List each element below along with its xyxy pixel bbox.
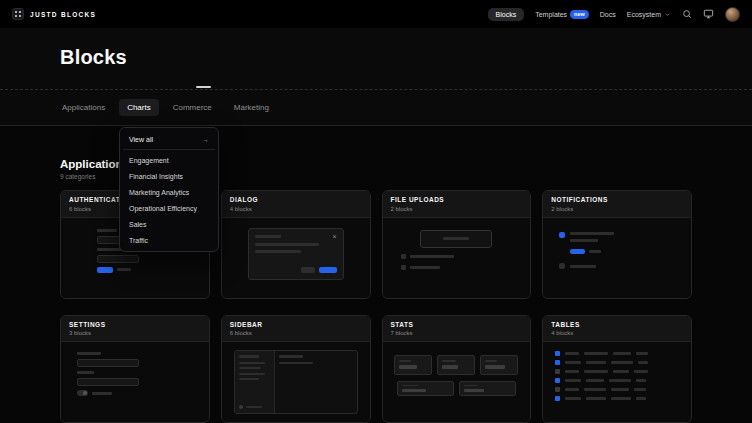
skeleton-file-icon xyxy=(401,265,406,270)
skeleton-checkbox xyxy=(555,378,560,383)
skeleton-checkbox xyxy=(555,369,560,374)
card-count: 4 blocks xyxy=(551,330,683,336)
menu-item-view-all-label: View all xyxy=(129,136,153,143)
card-header: DIALOG 4 blocks xyxy=(222,191,370,218)
card-preview-sidebar xyxy=(222,342,370,422)
logo-icon[interactable] xyxy=(12,8,24,20)
card-header: NOTIFICATIONS 2 blocks xyxy=(543,191,691,218)
skeleton-button-primary xyxy=(570,249,585,254)
card-title: SIDEBAR xyxy=(230,321,362,328)
skeleton-bar xyxy=(613,352,631,355)
skeleton-bar xyxy=(279,355,303,358)
skeleton-checkbox xyxy=(555,387,560,392)
nav-item-ecosystem[interactable]: Ecosystem xyxy=(627,11,671,18)
skeleton-checkbox xyxy=(555,360,560,365)
category-card-file-uploads[interactable]: FILE UPLOADS 2 blocks xyxy=(382,190,532,299)
skeleton-dot xyxy=(559,263,565,269)
brand-name[interactable]: JUSTD BLOCKS xyxy=(30,11,96,18)
menu-item-traffic[interactable]: Traffic xyxy=(123,232,215,248)
skeleton-bar xyxy=(443,237,469,240)
skeleton-row xyxy=(97,267,209,273)
skeleton-bar xyxy=(565,388,579,391)
skeleton-bar xyxy=(589,250,601,253)
skeleton-bar xyxy=(565,361,581,364)
card-preview-tables xyxy=(543,342,691,422)
card-title: SETTINGS xyxy=(69,321,201,328)
skeleton-bar xyxy=(586,361,606,364)
skeleton-toggle xyxy=(77,390,88,396)
category-card-notifications[interactable]: NOTIFICATIONS 2 blocks xyxy=(542,190,692,299)
nav-item-docs[interactable]: Docs xyxy=(600,11,616,18)
skeleton-bar xyxy=(611,361,633,364)
card-count: 7 blocks xyxy=(391,330,523,336)
skeleton-table-row xyxy=(555,369,679,374)
tab-applications[interactable]: Applications xyxy=(54,99,113,116)
skeleton-button-secondary xyxy=(301,267,315,273)
skeleton-bar xyxy=(611,388,629,391)
skeleton-bar xyxy=(239,373,265,375)
card-header: STATS 7 blocks xyxy=(383,316,531,343)
skeleton-button-primary xyxy=(97,267,113,273)
skeleton-stat-box xyxy=(394,355,432,375)
category-card-tables[interactable]: TABLES 4 blocks xyxy=(542,315,692,423)
menu-item-sales[interactable]: Sales xyxy=(123,216,215,232)
skeleton-bar xyxy=(77,352,101,355)
category-card-settings[interactable]: SETTINGS 3 blocks xyxy=(60,315,210,423)
tab-charts[interactable]: Charts xyxy=(119,99,159,116)
menu-item-view-all[interactable]: View all → xyxy=(123,131,215,147)
card-preview-file-uploads xyxy=(383,218,531,298)
tab-commerce[interactable]: Commerce xyxy=(165,99,220,116)
skeleton-dot-accent xyxy=(559,232,565,238)
category-card-sidebar[interactable]: SIDEBAR 6 blocks xyxy=(221,315,371,423)
tab-marketing[interactable]: Marketing xyxy=(226,99,277,116)
search-button[interactable] xyxy=(682,9,692,19)
new-badge: new xyxy=(570,10,589,19)
skeleton-column xyxy=(570,232,614,242)
avatar[interactable] xyxy=(725,7,740,22)
nav-item-templates[interactable]: Templates new xyxy=(535,10,589,19)
skeleton-bar xyxy=(77,371,94,374)
skeleton-bar xyxy=(609,379,631,382)
skeleton-bar xyxy=(565,370,579,373)
nav-item-templates-label: Templates xyxy=(535,11,567,18)
menu-item-engagement[interactable]: Engagement xyxy=(123,152,215,168)
skeleton-bar xyxy=(613,370,629,373)
card-count: 3 blocks xyxy=(69,330,201,336)
card-header: SETTINGS 3 blocks xyxy=(61,316,209,343)
charts-dropdown-menu: View all → Engagement Financial Insights… xyxy=(119,127,219,252)
menu-item-marketing-analytics[interactable]: Marketing Analytics xyxy=(123,184,215,200)
chevron-down-icon xyxy=(664,11,671,18)
skeleton-bar xyxy=(464,385,478,386)
skeleton-bar xyxy=(255,243,319,246)
skeleton-dropzone xyxy=(420,230,492,248)
hero-section: Blocks xyxy=(0,28,752,90)
skeleton-table-row xyxy=(555,351,679,356)
skeleton-file-icon xyxy=(401,254,406,259)
nav-item-ecosystem-label: Ecosystem xyxy=(627,11,661,18)
skeleton-notification xyxy=(559,232,675,242)
menu-item-financial-insights[interactable]: Financial Insights xyxy=(123,168,215,184)
skeleton-bar xyxy=(410,255,454,258)
skeleton-bar xyxy=(570,239,598,242)
skeleton-bar xyxy=(255,235,281,238)
skeleton-value-bar xyxy=(399,365,417,369)
skeleton-bar xyxy=(611,397,631,400)
skeleton-bar xyxy=(117,268,131,271)
skeleton-bar xyxy=(636,397,646,400)
skeleton-table-row xyxy=(555,378,679,383)
skeleton-bar xyxy=(634,388,646,391)
category-card-dialog[interactable]: DIALOG 4 blocks × xyxy=(221,190,371,299)
arrow-right-icon: → xyxy=(202,136,209,143)
theme-button[interactable] xyxy=(703,9,714,19)
close-icon: × xyxy=(333,235,337,239)
nav-item-blocks[interactable]: Blocks xyxy=(488,8,525,21)
skeleton-bar xyxy=(570,265,596,268)
menu-item-operational-efficiency[interactable]: Operational Efficiency xyxy=(123,200,215,216)
skeleton-bar xyxy=(239,355,259,358)
skeleton-bar xyxy=(636,352,648,355)
card-preview-notifications xyxy=(543,218,691,298)
skeleton-row xyxy=(570,249,675,254)
card-title: FILE UPLOADS xyxy=(391,196,523,203)
category-card-stats[interactable]: STATS 7 blocks xyxy=(382,315,532,423)
skeleton-bar xyxy=(92,392,112,395)
